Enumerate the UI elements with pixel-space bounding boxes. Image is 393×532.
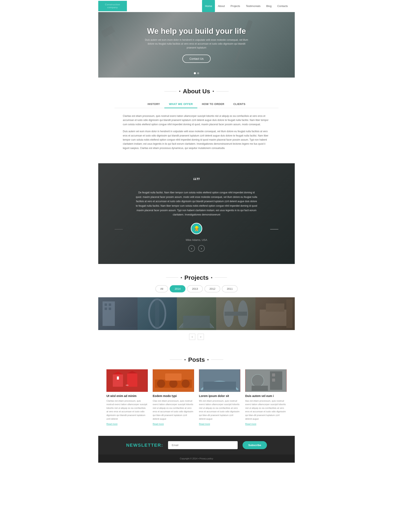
hero-cta-button[interactable]: Contact Us: [182, 55, 211, 63]
svg-rect-23: [286, 299, 293, 328]
project-item-3[interactable]: [177, 297, 216, 330]
svg-point-32: [169, 380, 177, 388]
post-title-3: Lorem ipsum dolor sit: [199, 394, 240, 398]
hero-heading: We help you build your life: [143, 27, 250, 36]
projects-navigation: ‹ ›: [98, 334, 295, 340]
project-item-2[interactable]: [138, 297, 177, 330]
projects-title: Projects: [98, 274, 295, 281]
svg-rect-22: [266, 303, 284, 312]
hero-subtext: Duis autem vel eum iriure dolor in hendr…: [143, 38, 250, 50]
svg-rect-10: [105, 303, 107, 306]
nav-blog[interactable]: Blog: [263, 0, 275, 12]
testimonial-navigation: ‹ ›: [115, 245, 278, 252]
newsletter-email-input[interactable]: [168, 441, 238, 449]
post-title-1: Ut wisl enim ad minim: [106, 394, 148, 398]
nav-about[interactable]: About: [215, 0, 228, 12]
svg-point-31: [157, 380, 165, 388]
post-thumbnail-4[interactable]: [245, 369, 287, 392]
post-readmore-1[interactable]: Read more: [106, 423, 118, 425]
post-readmore-3[interactable]: Read more: [199, 423, 210, 425]
project-item-5[interactable]: [255, 297, 295, 330]
svg-rect-21: [260, 310, 290, 326]
posts-dot-right: [207, 359, 209, 360]
about-section: About Us HISTORY WHAT WE OFFER HOW TO OR…: [98, 78, 295, 163]
about-title: About Us: [115, 88, 278, 95]
hero-dot-1[interactable]: [194, 72, 196, 74]
testimonial-prev-button[interactable]: ‹: [188, 245, 195, 252]
post-thumbnail-1[interactable]: ◁ ▷: [106, 369, 148, 392]
posts-title: Posts: [106, 356, 287, 363]
quote-icon: “”: [115, 176, 278, 187]
post-title-2: Eodem modo typi: [153, 394, 194, 398]
about-paragraph-2: Duis autem vel eum iriure dolor in hendr…: [123, 129, 270, 150]
svg-rect-11: [109, 303, 111, 306]
newsletter-label: NEWSLETTER:: [126, 443, 163, 448]
projects-gallery: [98, 297, 295, 330]
post-readmore-2[interactable]: Read more: [153, 423, 164, 425]
projects-dot-right: [211, 277, 212, 278]
svg-rect-1: [101, 25, 115, 38]
svg-rect-25: [113, 375, 123, 387]
nav-testimonials[interactable]: Testimonials: [243, 0, 263, 12]
testimonial-text: De feugait nulla facilisi. Nam liber tem…: [135, 190, 258, 217]
post-thumbnail-2[interactable]: [153, 369, 194, 392]
svg-rect-42: [251, 386, 268, 391]
project-item-4[interactable]: [216, 297, 255, 330]
posts-title-text: Posts: [188, 356, 205, 363]
testimonial-avatar: 👷: [191, 223, 202, 234]
site-logo[interactable]: Construction company: [98, 1, 127, 11]
svg-rect-20: [225, 312, 247, 316]
testimonial-section: “” De feugait nulla facilisi. Nam liber …: [98, 163, 295, 264]
post-readmore-4[interactable]: Read more: [245, 423, 256, 425]
svg-rect-27: [127, 373, 137, 387]
title-dot-left: [179, 91, 180, 92]
svg-rect-12: [105, 307, 107, 310]
post-card-3: Lorem ipsum dolor sit Ws est etiam proce…: [199, 369, 240, 426]
title-dot-right: [213, 91, 214, 92]
nav-projects[interactable]: Projects: [228, 0, 243, 12]
avatar-icon: 👷: [194, 226, 199, 231]
about-paragraph-1: Claritas est etiam processum, quis nostr…: [123, 114, 270, 127]
main-nav: Home About Projects Testimonials Blog Co…: [202, 0, 295, 12]
tab-how-to-order[interactable]: HOW TO ORDER: [197, 100, 229, 108]
filter-2013[interactable]: 2013: [187, 285, 203, 292]
post-card-1: ◁ ▷ Ut wisl enim ad minim Claritas est e…: [106, 369, 148, 426]
svg-text:◁ ▷: ◁ ▷: [125, 384, 129, 386]
hero-content: We help you build your life Duis autem v…: [143, 27, 250, 63]
projects-dot-left: [181, 277, 182, 278]
testimonial-next-button[interactable]: ›: [198, 245, 205, 252]
newsletter-section: NEWSLETTER: Subscribe: [98, 436, 295, 454]
projects-prev-button[interactable]: ‹: [189, 334, 195, 340]
svg-rect-26: [117, 376, 119, 380]
post-text-2: Clao est etiam processum, quis nostrud e…: [153, 399, 194, 421]
post-title-4: Duis autem vel eum i: [245, 394, 287, 398]
project-item-1[interactable]: [98, 297, 138, 330]
filter-all[interactable]: All: [155, 285, 168, 292]
post-text-3: Ws est etiam processum, quis nostrud exe…: [199, 399, 240, 421]
filter-2012[interactable]: 2012: [205, 285, 220, 292]
post-text-4: Aas est etiam processum, quis nostrud ex…: [245, 399, 287, 421]
filter-2014[interactable]: 2014: [170, 285, 186, 292]
about-tabs: HISTORY WHAT WE OFFER HOW TO ORDER CLIEN…: [115, 100, 278, 108]
svg-rect-13: [109, 307, 111, 310]
svg-rect-36: [203, 382, 236, 390]
hero-pagination: [194, 72, 199, 74]
posts-dot-left: [184, 359, 186, 360]
svg-point-41: [251, 375, 264, 387]
post-thumbnail-3[interactable]: [199, 369, 240, 392]
tab-clients[interactable]: CLIENTS: [229, 100, 250, 108]
filter-2011[interactable]: 2011: [222, 285, 238, 292]
nav-home[interactable]: Home: [202, 0, 215, 12]
post-card-4: Duis autem vel eum i Aas est etiam proce…: [245, 369, 287, 426]
posts-grid: ◁ ▷ Ut wisl enim ad minim Claritas est e…: [106, 369, 287, 426]
site-header: Construction company Home About Projects…: [98, 0, 295, 12]
newsletter-subscribe-button[interactable]: Subscribe: [243, 441, 267, 449]
projects-next-button[interactable]: ›: [198, 334, 204, 340]
svg-rect-39: [272, 373, 275, 376]
tab-what-we-offer[interactable]: WHAT WE OFFER: [164, 100, 197, 108]
nav-contacts[interactable]: Contacts: [275, 0, 291, 12]
hero-section: We help you build your life Duis autem v…: [98, 12, 295, 78]
hero-dot-2[interactable]: [197, 72, 199, 74]
testimonial-dots: 👷: [115, 223, 278, 236]
tab-history[interactable]: HISTORY: [143, 100, 165, 108]
